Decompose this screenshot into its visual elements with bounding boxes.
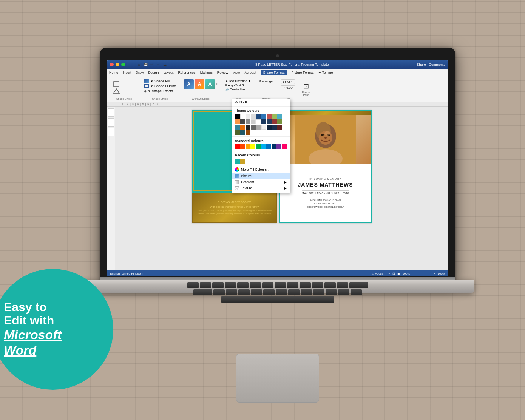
more-fill-colours-option[interactable]: More Fill Colours... xyxy=(232,166,290,173)
swatch-27[interactable] xyxy=(240,130,245,135)
arrange-btn[interactable]: ⧉Arrange xyxy=(259,79,273,83)
swatch-black[interactable] xyxy=(235,114,240,119)
swatch-std-purple[interactable] xyxy=(276,144,281,149)
swatch-5[interactable] xyxy=(267,114,272,119)
align-text-btn[interactable]: ≡Align Text ▼ xyxy=(225,83,251,87)
zoom-slider[interactable]: ————— xyxy=(412,272,431,276)
swatch-9[interactable] xyxy=(240,119,245,124)
format-pane-btn[interactable]: ⊡ xyxy=(303,82,309,90)
document-title: 8 Page LETTER Size Funeral Program Templ… xyxy=(167,63,417,66)
swatch-23[interactable] xyxy=(267,125,272,130)
swatch-1[interactable] xyxy=(246,114,250,119)
swatch-std-orange[interactable] xyxy=(246,144,250,149)
swatch-10[interactable] xyxy=(246,119,250,124)
web-view[interactable]: ≣ xyxy=(397,272,400,275)
menu-design[interactable]: Design xyxy=(148,71,159,74)
swatch-6[interactable] xyxy=(272,114,277,119)
swatch-recent-gold[interactable] xyxy=(240,159,245,164)
comments-button[interactable]: Comments xyxy=(429,63,445,66)
trackpad[interactable] xyxy=(236,354,319,403)
swatch-20[interactable] xyxy=(251,125,256,130)
swatch-std-blue[interactable] xyxy=(266,144,271,149)
page-thumb-2[interactable] xyxy=(108,118,114,127)
swatch-std-yellow[interactable] xyxy=(250,144,255,149)
swatch-14[interactable] xyxy=(267,119,272,124)
wordart-more[interactable]: ≡ xyxy=(216,83,218,86)
swatch-13[interactable] xyxy=(261,119,266,124)
width-input[interactable]: ↔6.39" xyxy=(281,85,295,90)
print-view[interactable]: ⊡ xyxy=(392,272,395,275)
swatch-std-pink[interactable] xyxy=(282,144,287,149)
menu-shape-format[interactable]: Shape Format xyxy=(261,70,287,75)
swatch-22[interactable] xyxy=(261,125,266,130)
read-view[interactable]: ≡ xyxy=(389,272,391,275)
shape-fill-button[interactable]: ▼ Shape Fill xyxy=(144,79,176,83)
share-button[interactable]: Share xyxy=(417,63,426,66)
menu-tell-me[interactable]: ✦ Tell me xyxy=(318,71,333,74)
swatch-std-darkblue[interactable] xyxy=(272,144,276,149)
swatch-16[interactable] xyxy=(277,119,282,124)
wordart-btn-a[interactable]: A xyxy=(184,79,194,89)
section-title-shape: Shape Styles xyxy=(143,97,177,100)
page-thumb-3[interactable] xyxy=(108,128,114,136)
menu-picture-format[interactable]: Picture Format xyxy=(292,71,314,74)
swatch-17[interactable] xyxy=(235,125,240,130)
no-fill-option[interactable]: ⊘ No Fill xyxy=(232,99,290,105)
shape-outline-button[interactable]: ▼ Shape Outline xyxy=(144,84,176,88)
undo-icon[interactable]: ↩ xyxy=(149,62,154,67)
height-input[interactable]: ↕5.05" xyxy=(281,79,295,84)
swatch-std-red[interactable] xyxy=(235,144,240,149)
swatch-25[interactable] xyxy=(277,125,282,130)
swatch-white[interactable] xyxy=(240,114,245,119)
menu-draw[interactable]: Draw xyxy=(136,71,144,74)
swatch-8[interactable] xyxy=(235,119,240,124)
menu-view[interactable]: View xyxy=(233,71,240,74)
focus-button[interactable]: □ Focus xyxy=(372,272,383,275)
swatch-11[interactable] xyxy=(251,119,256,124)
swatch-std-green[interactable] xyxy=(256,144,261,149)
swatch-21[interactable] xyxy=(256,125,261,130)
swatch-3[interactable] xyxy=(256,114,261,119)
menu-acrobat[interactable]: Acrobat xyxy=(245,71,256,74)
swatch-19[interactable] xyxy=(246,125,250,130)
shape-icon-2 xyxy=(113,88,120,94)
wordart-btn-b[interactable]: A xyxy=(195,79,204,89)
swatch-4[interactable] xyxy=(261,114,266,119)
swatch-std-orange-red[interactable] xyxy=(240,144,245,149)
swatch-18[interactable] xyxy=(240,125,245,130)
minimize-button[interactable] xyxy=(116,63,119,66)
swatch-15[interactable] xyxy=(272,119,277,124)
swatch-2[interactable] xyxy=(251,114,256,119)
section-title-insert: Shape Styles xyxy=(111,97,137,100)
menu-mailings[interactable]: Mailings xyxy=(200,71,213,74)
picture-option[interactable]: Picture... xyxy=(232,173,290,179)
swatch-12[interactable] xyxy=(256,119,261,124)
recent-colours-label: Recent Colours xyxy=(232,152,290,158)
swatch-7[interactable] xyxy=(277,114,282,119)
swatch-24[interactable] xyxy=(272,125,277,130)
create-link-btn[interactable]: 🔗Create Link xyxy=(225,88,251,91)
laptop-base xyxy=(81,280,474,293)
close-button[interactable] xyxy=(110,63,114,66)
menu-home[interactable]: Home xyxy=(109,71,118,74)
page-thumb-1[interactable] xyxy=(108,108,114,117)
shape-effects-button[interactable]: ◈ ▼ Shape Effects xyxy=(144,89,176,93)
gradient-option[interactable]: Gradient ▶ xyxy=(232,179,290,185)
wordart-btn-c[interactable]: A xyxy=(205,79,215,89)
swatch-recent-teal[interactable] xyxy=(235,159,240,164)
ribbon-section-shapes: Shape Styles xyxy=(109,78,139,100)
maximize-button[interactable] xyxy=(121,63,125,66)
home-icon[interactable]: ⌂ xyxy=(136,62,142,67)
swatch-26[interactable] xyxy=(235,130,240,135)
text-direction-btn[interactable]: ⬇Text Direction ▼ xyxy=(225,79,251,83)
redo-icon[interactable]: ↪ xyxy=(156,62,161,67)
menu-references[interactable]: References xyxy=(178,71,196,74)
menu-layout[interactable]: Layout xyxy=(164,71,174,74)
save-icon[interactable]: 💾 xyxy=(143,62,148,67)
texture-option[interactable]: Texture ▶ xyxy=(232,185,290,191)
menu-review[interactable]: Review xyxy=(217,71,229,74)
autosave-icon[interactable]: ☁ xyxy=(162,62,167,67)
swatch-std-cyan[interactable] xyxy=(261,144,266,149)
menu-insert[interactable]: Insert xyxy=(123,71,131,74)
swatch-28[interactable] xyxy=(246,130,250,135)
